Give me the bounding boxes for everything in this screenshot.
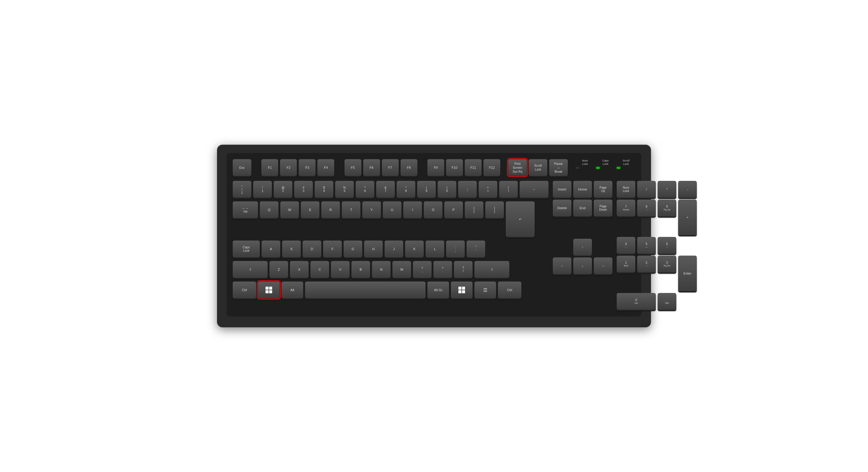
key-numpad-div[interactable]: / bbox=[637, 181, 656, 198]
key-numpad-mul[interactable]: * bbox=[658, 181, 676, 198]
key-b[interactable]: B bbox=[351, 261, 370, 278]
key-numpad-2[interactable]: 2↓ bbox=[637, 256, 656, 273]
key-slash[interactable]: ?/ bbox=[454, 261, 472, 278]
key-numpad-4[interactable]: 4← bbox=[617, 237, 635, 254]
key-alt-gr[interactable]: Alt Gr bbox=[427, 282, 449, 298]
key-delete[interactable]: Delete bbox=[553, 199, 571, 216]
key-pause-break[interactable]: Pause—Break bbox=[549, 159, 568, 176]
key-left-shift[interactable]: ⇧ bbox=[233, 261, 268, 278]
key-numpad-enter[interactable]: Enter bbox=[678, 256, 697, 291]
key-left-ctrl[interactable]: Ctrl bbox=[233, 282, 256, 298]
key-numpad-5[interactable]: 5— bbox=[637, 237, 656, 254]
key-end[interactable]: End bbox=[573, 199, 592, 216]
key-page-up[interactable]: PageUp bbox=[594, 181, 613, 198]
key-page-down[interactable]: PageDown bbox=[594, 199, 613, 216]
key-7[interactable]: &7 bbox=[376, 181, 395, 198]
key-insert[interactable]: Insert bbox=[553, 181, 571, 198]
key-f12[interactable]: F12 bbox=[484, 159, 500, 176]
key-8[interactable]: *8 bbox=[397, 181, 415, 198]
key-h[interactable]: H bbox=[364, 241, 383, 257]
key-x[interactable]: X bbox=[290, 261, 309, 278]
key-numpad-7[interactable]: 7Home bbox=[617, 199, 635, 216]
key-f8[interactable]: F8 bbox=[401, 159, 417, 176]
key-f1[interactable]: F1 bbox=[261, 159, 278, 176]
key-u[interactable]: U bbox=[383, 201, 401, 218]
key-numpad-dot[interactable]: .Del bbox=[658, 293, 676, 310]
key-l[interactable]: L bbox=[426, 241, 444, 257]
key-c[interactable]: C bbox=[310, 261, 329, 278]
key-menu[interactable]: ☰ bbox=[474, 282, 496, 298]
key-w[interactable]: W bbox=[280, 201, 299, 218]
key-5[interactable]: %5 bbox=[335, 181, 354, 198]
key-caps-lock[interactable]: CapsLock bbox=[233, 241, 260, 257]
key-f2[interactable]: F2 bbox=[280, 159, 297, 176]
key-right-ctrl[interactable]: Ctrl bbox=[498, 282, 521, 298]
key-numpad-0[interactable]: 0Ins bbox=[617, 293, 656, 310]
key-f[interactable]: F bbox=[323, 241, 342, 257]
key-a[interactable]: A bbox=[261, 241, 280, 257]
key-numpad-add[interactable]: + bbox=[678, 199, 697, 235]
key-p[interactable]: P bbox=[444, 201, 463, 218]
key-9[interactable]: (9 bbox=[417, 181, 436, 198]
key-esc[interactable]: Esc bbox=[233, 159, 251, 176]
key-space[interactable] bbox=[305, 282, 426, 298]
key-e[interactable]: E bbox=[301, 201, 319, 218]
key-tab[interactable]: ←→ Tab bbox=[233, 201, 258, 218]
key-numpad-8[interactable]: 8↑ bbox=[637, 199, 656, 216]
key-g[interactable]: G bbox=[344, 241, 362, 257]
key-m[interactable]: M bbox=[393, 261, 411, 278]
key-num-lock[interactable]: NumLock bbox=[617, 181, 635, 198]
key-left-win[interactable] bbox=[258, 282, 280, 298]
key-s[interactable]: S bbox=[282, 241, 301, 257]
key-semicolon[interactable]: :; bbox=[446, 241, 465, 257]
key-right-win[interactable] bbox=[451, 282, 472, 298]
key-numpad-sub[interactable]: - bbox=[678, 181, 697, 198]
key-right-shift[interactable]: ⇧ bbox=[474, 261, 509, 278]
key-4[interactable]: $4 bbox=[315, 181, 333, 198]
key-left-alt[interactable]: Alt bbox=[281, 282, 303, 298]
key-f6[interactable]: F6 bbox=[363, 159, 380, 176]
key-left-arrow[interactable]: ← bbox=[553, 257, 571, 274]
key-2[interactable]: @2 bbox=[274, 181, 292, 198]
key-numpad-3[interactable]: 3Pg Dn bbox=[658, 256, 676, 273]
key-numpad-6[interactable]: 6→ bbox=[658, 237, 676, 254]
key-v[interactable]: V bbox=[331, 261, 350, 278]
key-i[interactable]: I bbox=[403, 201, 422, 218]
key-r[interactable]: R bbox=[321, 201, 340, 218]
key-print-screen[interactable]: PrintScreenSys Rq bbox=[508, 159, 527, 176]
key-equals[interactable]: += bbox=[478, 181, 497, 198]
key-f3[interactable]: F3 bbox=[299, 159, 315, 176]
key-f11[interactable]: F11 bbox=[465, 159, 482, 176]
key-0[interactable]: )0 bbox=[438, 181, 456, 198]
key-backspace[interactable]: ← bbox=[520, 181, 549, 198]
key-lbracket[interactable]: {[ bbox=[465, 201, 484, 218]
key-1[interactable]: !1 bbox=[253, 181, 272, 198]
key-quote[interactable]: "' bbox=[467, 241, 485, 257]
key-scroll-lock[interactable]: ScrollLock bbox=[529, 159, 547, 176]
key-down-arrow[interactable]: ↓ bbox=[573, 257, 592, 274]
key-j[interactable]: J bbox=[384, 241, 403, 257]
key-comma[interactable]: <, bbox=[413, 261, 432, 278]
key-minus[interactable]: _- bbox=[458, 181, 477, 198]
key-numpad-9[interactable]: 9Pg Up bbox=[658, 199, 676, 216]
key-tilde[interactable]: ~\1 bbox=[233, 181, 251, 198]
key-3[interactable]: #3 bbox=[294, 181, 313, 198]
key-6[interactable]: ^6 bbox=[355, 181, 374, 198]
key-right-arrow[interactable]: → bbox=[594, 257, 613, 274]
key-period[interactable]: >. bbox=[433, 261, 452, 278]
key-f4[interactable]: F4 bbox=[317, 159, 334, 176]
key-f9[interactable]: F9 bbox=[427, 159, 444, 176]
key-up-arrow[interactable]: ↑ bbox=[573, 239, 592, 256]
key-numpad-1[interactable]: 1End bbox=[617, 256, 635, 273]
key-z[interactable]: Z bbox=[270, 261, 288, 278]
key-t[interactable]: T bbox=[342, 201, 361, 218]
key-enter[interactable]: ↵ bbox=[506, 201, 535, 237]
key-o[interactable]: O bbox=[424, 201, 442, 218]
key-y[interactable]: Y bbox=[362, 201, 381, 218]
key-home[interactable]: Home bbox=[573, 181, 592, 198]
key-k[interactable]: K bbox=[405, 241, 424, 257]
key-f7[interactable]: F7 bbox=[382, 159, 399, 176]
key-pipe[interactable]: |\ bbox=[499, 181, 518, 198]
key-f10[interactable]: F10 bbox=[446, 159, 463, 176]
key-n[interactable]: N bbox=[372, 261, 391, 278]
